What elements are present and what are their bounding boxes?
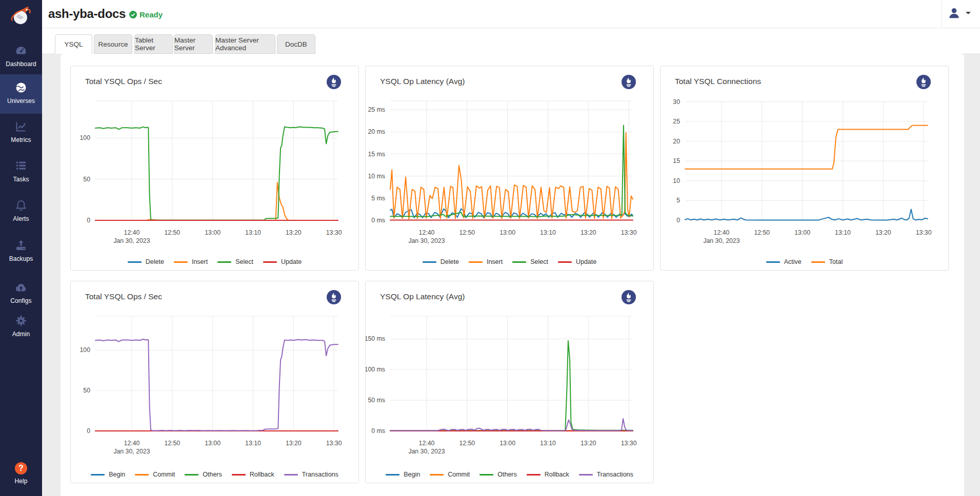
y-tick-label: 25 xyxy=(673,118,680,125)
chart-plot: 0 ms50 ms100 ms150 ms12:40Jan 30, 202312… xyxy=(366,281,654,484)
legend-label: Select xyxy=(235,258,253,265)
legend-item-delete[interactable]: Delete xyxy=(128,258,164,265)
legend-swatch xyxy=(579,474,593,476)
tab-tablet-server[interactable]: Tablet Server xyxy=(134,34,173,54)
legend-item-select[interactable]: Select xyxy=(217,258,253,265)
x-tick-label: 12:40 xyxy=(714,229,730,236)
user-menu[interactable] xyxy=(947,6,971,20)
legend-swatch xyxy=(558,261,572,263)
chevron-down-icon xyxy=(966,12,971,14)
legend-label: Select xyxy=(530,258,548,265)
legend-label: Update xyxy=(281,258,302,265)
y-tick-label: 15 ms xyxy=(368,151,386,158)
x-tick-label: 13:20 xyxy=(286,229,302,236)
legend-item-update[interactable]: Update xyxy=(263,258,302,265)
chart-plot: 05101520253012:40Jan 30, 202312:5013:001… xyxy=(661,66,949,271)
legend-label: Commit xyxy=(448,471,470,478)
sidebar-item-label: Universes xyxy=(7,97,35,105)
sidebar-item-tasks[interactable]: Tasks xyxy=(0,159,42,183)
legend-swatch xyxy=(512,261,526,263)
legend-label: Begin xyxy=(404,471,420,478)
status-text: Ready xyxy=(139,10,163,19)
metrics-tab-bar: YSQL Resource Tablet Server Master Serve… xyxy=(42,28,980,53)
sidebar-item-backups[interactable]: Backups xyxy=(0,239,42,262)
gear-icon xyxy=(14,314,28,327)
x-date-label: Jan 30, 2023 xyxy=(113,448,150,455)
legend-label: Active xyxy=(784,258,802,265)
legend-swatch xyxy=(469,261,483,263)
sidebar-item-alerts[interactable]: Alerts xyxy=(0,199,42,222)
y-tick-label: 100 xyxy=(79,346,90,354)
legend-swatch xyxy=(217,261,231,263)
legend-item-active[interactable]: Active xyxy=(766,258,802,265)
y-tick-label: 0 ms xyxy=(371,427,385,435)
legend-swatch xyxy=(185,474,198,476)
chart-panel: Total YSQL Ops / Sec05010012:40Jan 30, 2… xyxy=(70,66,359,271)
tab-resource[interactable]: Resource xyxy=(94,34,132,54)
header-bar: ash-yba-docs Ready xyxy=(42,0,980,28)
status-badge: Ready xyxy=(129,10,163,19)
legend-item-others[interactable]: Others xyxy=(479,471,517,478)
tab-master-server-advanced[interactable]: Master Server Advanced xyxy=(215,34,275,54)
x-tick-label: 12:40 xyxy=(419,229,435,236)
sidebar-item-configs[interactable]: Configs xyxy=(0,281,42,304)
x-tick-label: 13:20 xyxy=(875,229,891,236)
tab-master-server[interactable]: Master Server xyxy=(174,34,213,54)
sidebar-item-label: Backups xyxy=(9,255,33,262)
x-tick-label: 13:30 xyxy=(326,440,342,447)
x-date-label: Jan 30, 2023 xyxy=(408,237,445,244)
legend-swatch xyxy=(91,474,105,476)
legend-item-others[interactable]: Others xyxy=(185,471,222,478)
chart-plot: 05010012:40Jan 30, 202312:5013:0013:1013… xyxy=(71,66,359,271)
sidebar-item-metrics[interactable]: Metrics xyxy=(0,120,42,143)
legend-item-commit[interactable]: Commit xyxy=(135,471,175,478)
legend-item-transactions[interactable]: Transactions xyxy=(579,471,633,478)
tab-docdb[interactable]: DocDB xyxy=(277,34,315,54)
y-tick-label: 10 ms xyxy=(368,173,386,180)
legend-item-commit[interactable]: Commit xyxy=(430,471,470,478)
chart-panel: Total YSQL Ops / Sec05010012:40Jan 30, 2… xyxy=(70,281,359,483)
x-tick-label: 13:20 xyxy=(581,229,596,236)
chart-icon xyxy=(14,120,28,133)
legend-item-begin[interactable]: Begin xyxy=(91,471,125,478)
legend-item-update[interactable]: Update xyxy=(558,258,596,265)
sidebar-item-admin[interactable]: Admin xyxy=(0,314,42,338)
legend-item-insert[interactable]: Insert xyxy=(469,258,503,265)
x-tick-label: 13:10 xyxy=(245,440,261,447)
x-tick-label: 13:20 xyxy=(286,440,302,447)
x-tick-label: 12:50 xyxy=(164,229,180,236)
legend-label: Others xyxy=(203,471,222,478)
legend-item-select[interactable]: Select xyxy=(512,258,548,265)
legend-swatch xyxy=(479,474,493,476)
legend-label: Insert xyxy=(192,258,208,265)
x-tick-label: 13:30 xyxy=(326,229,342,236)
x-tick-label: 13:30 xyxy=(916,229,932,236)
sidebar-nav: Dashboard Universes Metrics Tasks Alerts xyxy=(0,0,42,496)
gauge-icon xyxy=(14,44,28,57)
sidebar-item-help[interactable]: ? Help xyxy=(0,462,42,485)
x-date-label: Jan 30, 2023 xyxy=(703,237,739,244)
globe-icon xyxy=(14,81,28,94)
sidebar-item-dashboard[interactable]: Dashboard xyxy=(0,44,42,68)
legend-item-total[interactable]: Total xyxy=(811,258,843,265)
x-tick-label: 13:00 xyxy=(499,229,515,236)
legend-swatch xyxy=(527,474,541,476)
yugabyte-logo[interactable] xyxy=(0,0,42,33)
chart-panel: YSQL Op Latency (Avg)0 ms50 ms100 ms150 … xyxy=(365,281,654,483)
legend-item-delete[interactable]: Delete xyxy=(423,258,459,265)
legend-label: Total xyxy=(829,258,843,265)
legend-item-insert[interactable]: Insert xyxy=(174,258,208,265)
sidebar-item-universes[interactable]: Universes xyxy=(0,74,42,114)
chart-plot: 0 ms5 ms10 ms15 ms20 ms25 ms12:40Jan 30,… xyxy=(366,66,654,271)
tab-ysql[interactable]: YSQL xyxy=(55,34,92,54)
chart-panel: Total YSQL Connections05101520253012:40J… xyxy=(660,66,949,271)
legend-label: Insert xyxy=(487,258,503,265)
legend-swatch xyxy=(386,474,399,476)
legend-item-transactions[interactable]: Transactions xyxy=(284,471,338,478)
legend-item-rollback[interactable]: Rollback xyxy=(232,471,274,478)
legend-item-rollback[interactable]: Rollback xyxy=(527,471,569,478)
y-tick-label: 50 ms xyxy=(368,397,386,404)
bell-icon xyxy=(14,199,28,212)
x-tick-label: 12:40 xyxy=(124,440,140,447)
legend-item-begin[interactable]: Begin xyxy=(386,471,420,478)
